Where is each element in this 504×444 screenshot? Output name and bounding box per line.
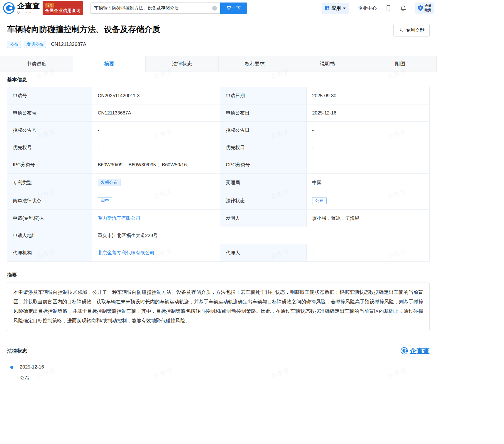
legal-status-item: 2025-12-16公布: [10, 364, 430, 381]
member-renewal-button[interactable]: 会员 续费: [415, 3, 434, 13]
info-value: -: [307, 139, 430, 156]
logo-text-block: 企查查 Qcc.com: [17, 2, 40, 14]
info-value: -: [307, 156, 430, 174]
legal-status-value: 公布: [20, 375, 430, 381]
logo-text: 企查查: [17, 2, 40, 10]
status-tag: 公布: [312, 197, 327, 204]
status-tag: 审中: [98, 197, 112, 204]
member-text: 会员 续费: [425, 4, 431, 12]
top-header: 企查查 Qcc.com 传奇 全国企业信用查询 × 查一下: [0, 0, 437, 16]
info-label: 专利类型: [7, 174, 92, 192]
download-icon: [398, 28, 403, 33]
info-value: 公布: [307, 192, 430, 210]
top-nav: 应用 企业中心: [322, 3, 434, 13]
member-badge-icon: [418, 5, 423, 11]
info-label: 受理局: [220, 174, 307, 192]
info-label: 申请公布日: [220, 104, 307, 122]
search-input[interactable]: [94, 6, 212, 11]
entity-link[interactable]: 北京金蓄专利代理有限公司: [98, 250, 155, 256]
tab-drawings[interactable]: 附图: [364, 56, 436, 72]
apps-label: 应用: [331, 5, 341, 11]
qcc-logo[interactable]: 企查查 Qcc.com: [3, 2, 40, 14]
info-label: 优先权日: [220, 139, 307, 156]
patent-meta-row: 公布 发明公布 CN121133687A: [0, 41, 437, 48]
info-label: CPC分类号: [220, 156, 307, 174]
abstract-title: 摘要: [7, 272, 430, 278]
tab-description[interactable]: 说明书: [291, 56, 364, 72]
qcc-brand-mark: 企查查: [400, 347, 430, 355]
promo-badge[interactable]: 传奇 全国企业信用查询: [43, 1, 83, 15]
patent-document-download-button[interactable]: 专利文献: [393, 24, 430, 36]
info-label: 代理机构: [7, 244, 92, 262]
info-label: 法律状态: [220, 192, 307, 210]
apps-grid-icon: [325, 6, 329, 10]
info-label: 申请日期: [220, 87, 307, 104]
info-value: CN202511420011.X: [92, 87, 220, 104]
entity-link[interactable]: 赛力斯汽车有限公司: [98, 215, 140, 221]
abstract-text: 本申请涉及车辆转向控制技术领域，公开了一种车辆转向防碰撞控制方法、设备及存储介质…: [7, 282, 430, 331]
patent-type-tag: 发明公布: [98, 179, 121, 186]
caret-down-icon: [343, 8, 346, 9]
info-value: -: [307, 244, 430, 262]
promo-line1: 传奇: [45, 3, 54, 8]
tab-claims[interactable]: 权利要求: [219, 56, 291, 72]
info-label: 优先权号: [7, 139, 92, 156]
info-value: 重庆市江北区福生大道229号: [92, 227, 430, 244]
enterprise-center-link[interactable]: 企业中心: [358, 5, 377, 11]
tab-abstract[interactable]: 摘要: [73, 56, 146, 72]
invention-publish-tag: 发明公布: [24, 41, 46, 48]
info-label: 申请公布号: [7, 104, 92, 122]
basic-info-title: 基本信息: [7, 76, 430, 83]
legal-status-title: 法律状态: [7, 348, 27, 354]
member-line1: 会员: [425, 4, 431, 8]
tab-application-progress[interactable]: 申请进度: [0, 56, 73, 72]
search-input-wrap: ×: [90, 3, 220, 14]
info-value: CN121133687A: [92, 104, 220, 122]
page-title: 车辆转向防碰撞控制方法、设备及存储介质: [7, 24, 160, 35]
mobile-app-icon[interactable]: [386, 5, 391, 11]
legal-status-date: 2025-12-16: [20, 364, 430, 370]
tab-legal-status[interactable]: 法律状态: [146, 56, 218, 72]
info-label: 申请(专利权)人: [7, 210, 92, 227]
info-value: 发明公布: [92, 174, 220, 192]
legal-timeline: 2025-12-16公布: [10, 364, 430, 381]
search-button[interactable]: 查一下: [220, 3, 247, 14]
info-value: 2025-12-16: [307, 104, 430, 122]
info-value: 中国: [307, 174, 430, 192]
search-clear-icon[interactable]: ×: [212, 6, 217, 11]
info-label: 授权公告号: [7, 122, 92, 139]
search-bar: × 查一下: [90, 3, 247, 14]
info-value: B60W30/09； B60W30/095； B60W50/16: [92, 156, 220, 174]
download-label: 专利文献: [406, 27, 425, 33]
info-value: 2025-09-30: [307, 87, 430, 104]
logo-domain: Qcc.com: [17, 11, 40, 14]
info-value: 廖小强，蒋冰，伍海银: [307, 210, 430, 227]
info-value: 北京金蓄专利代理有限公司: [92, 244, 220, 262]
info-label: 代理人: [220, 244, 307, 262]
publish-tag: 公布: [7, 41, 21, 48]
promo-line2: 全国企业信用查询: [45, 8, 81, 13]
qcc-brand-icon: [400, 347, 408, 355]
info-value: -: [307, 122, 430, 139]
info-label: 简单法律状态: [7, 192, 92, 210]
qcc-logo-icon: [3, 2, 15, 14]
info-value: -: [92, 139, 220, 156]
publication-number: CN121133687A: [51, 42, 86, 47]
timeline-dot: [10, 366, 13, 369]
basic-info-table: 申请号CN202511420011.X申请日期2025-09-30申请公布号CN…: [7, 87, 430, 262]
apps-menu-button[interactable]: 应用: [322, 3, 349, 14]
notifications-bell-icon[interactable]: [400, 5, 406, 11]
info-label: 授权公告日: [220, 122, 307, 139]
info-value: 赛力斯汽车有限公司: [92, 210, 220, 227]
member-line2: 续费: [425, 8, 431, 13]
info-value: 审中: [92, 192, 220, 210]
qcc-brand-text: 企查查: [410, 347, 430, 355]
info-label: IPC分类号: [7, 156, 92, 174]
tabs: 申请进度摘要法律状态权利要求说明书附图: [0, 56, 437, 72]
info-value: -: [92, 122, 220, 139]
info-label: 申请人地址: [7, 227, 92, 244]
info-label: 申请号: [7, 87, 92, 104]
info-label: 发明人: [220, 210, 307, 227]
